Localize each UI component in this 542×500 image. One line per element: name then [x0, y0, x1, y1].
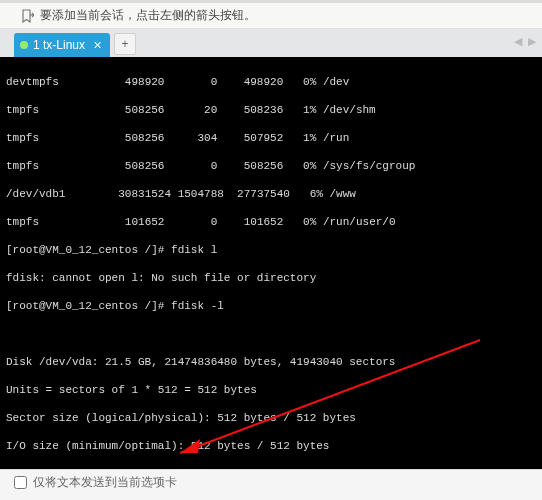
- close-icon[interactable]: ✕: [93, 39, 102, 52]
- hint-text: 要添加当前会话，点击左侧的箭头按钮。: [40, 7, 256, 24]
- scroll-right-icon[interactable]: ▶: [528, 35, 536, 47]
- session-hint-bar: 要添加当前会话，点击左侧的箭头按钮。: [0, 3, 542, 29]
- tab-scroll-controls: ◀ ▶: [511, 35, 536, 48]
- bookmark-icon: [20, 9, 34, 23]
- terminal-output[interactable]: devtmpfs 498920 0 498920 0% /dev tmpfs 5…: [0, 57, 542, 469]
- scroll-left-icon[interactable]: ◀: [514, 35, 522, 47]
- send-scope-bar: 仅将文本发送到当前选项卡: [0, 469, 542, 495]
- tab-strip: 1 tx-Linux ✕ + ◀ ▶: [0, 29, 542, 57]
- tab-label: 1 tx-Linux: [33, 38, 85, 52]
- send-scope-label: 仅将文本发送到当前选项卡: [33, 474, 177, 491]
- send-current-tab-checkbox[interactable]: [14, 476, 27, 489]
- status-dot-icon: [20, 41, 28, 49]
- tab-session[interactable]: 1 tx-Linux ✕: [14, 33, 110, 57]
- new-tab-button[interactable]: +: [114, 33, 136, 55]
